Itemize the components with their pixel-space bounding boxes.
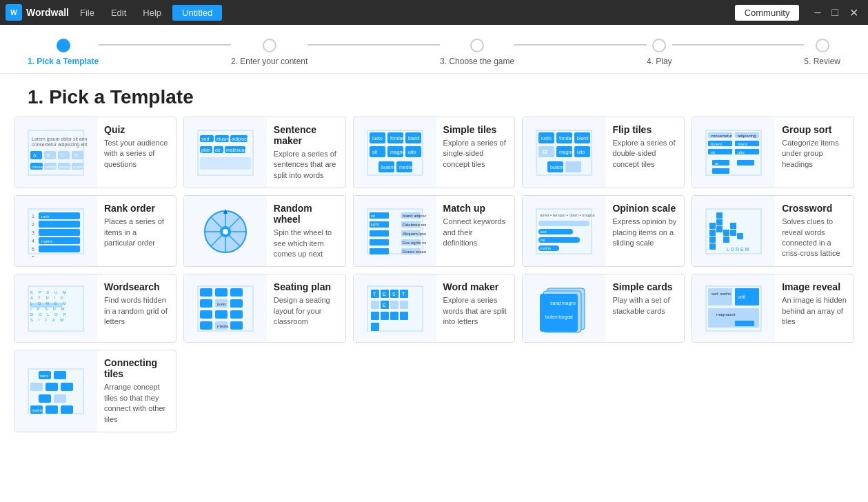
template-card[interactable]: L O R E M Crossword Solves clues to reve… xyxy=(692,195,854,267)
template-card[interactable]: sed eiusmod adipiscing plan de malesuada… xyxy=(183,117,346,188)
svg-text:sit: sit xyxy=(372,150,377,154)
template-description: Spin the wheel to see which item comes u… xyxy=(274,228,339,259)
svg-text:adipiscing: adipiscing xyxy=(738,134,756,138)
close-button[interactable]: ✕ xyxy=(845,6,862,19)
template-info: Connecting tiles Arrange concept tiles s… xyxy=(97,350,176,432)
svg-text:chosen: chosen xyxy=(32,165,45,169)
svg-text:S: S xyxy=(392,292,396,297)
template-card[interactable]: Random wheel Spin the wheel to see which… xyxy=(183,195,346,267)
svg-rect-186 xyxy=(381,312,389,320)
step-circle-3 xyxy=(470,39,484,52)
template-info: Group sort Categorize items under group … xyxy=(775,117,854,188)
template-description: Explore a series of single-sided concept… xyxy=(443,138,508,170)
svg-rect-199 xyxy=(708,288,732,305)
svg-rect-32 xyxy=(200,157,251,170)
svg-text:Fidebntur.com: Fidebntur.com xyxy=(403,223,426,227)
svg-text:consectetur adipiscing elit?: consectetur adipiscing elit? xyxy=(32,142,87,148)
svg-text:iusto: iusto xyxy=(217,302,226,306)
restore-button[interactable]: □ xyxy=(827,6,842,19)
svg-point-104 xyxy=(223,229,228,234)
template-name: Random wheel xyxy=(274,203,339,225)
svg-text:tempor: tempor xyxy=(46,165,59,169)
template-card[interactable]: iusto fondant blanit sit magno ulto bule… xyxy=(353,117,516,188)
logo-text: Wordwall xyxy=(26,7,69,18)
svg-rect-185 xyxy=(371,312,379,320)
step-line-3 xyxy=(514,44,647,46)
template-info: Simple tiles Explore a series of single-… xyxy=(436,117,515,188)
step-line-4 xyxy=(672,44,805,46)
svg-text:5: 5 xyxy=(32,247,34,252)
menu-file[interactable]: File xyxy=(74,5,100,21)
svg-text:maths: maths xyxy=(720,292,731,296)
svg-text:media: media xyxy=(217,324,229,328)
svg-text:2: 2 xyxy=(32,222,34,227)
svg-rect-138 xyxy=(716,212,723,219)
svg-text:bulem: bulem xyxy=(545,314,558,319)
svg-text:A: A xyxy=(33,153,37,158)
template-info: Word maker Explore a series words that a… xyxy=(436,274,515,342)
template-card[interactable]: sed maths unit magna unit Image reveal A… xyxy=(692,274,854,343)
template-card[interactable]: Lorem ipsum dolor sit amet, consectetur … xyxy=(14,117,176,188)
template-description: Solves clues to reveal words connected i… xyxy=(782,217,847,259)
template-card[interactable]: sarat magro bulem iargo at Simple cards … xyxy=(522,274,685,343)
template-name: Opinion scale xyxy=(612,203,677,214)
svg-text:matrix: matrix xyxy=(73,165,84,169)
svg-text:bulem: bulem xyxy=(711,142,722,146)
svg-rect-137 xyxy=(709,243,716,250)
logo-icon: W xyxy=(6,4,22,21)
minimize-button[interactable]: – xyxy=(810,6,825,19)
step-circle-2 xyxy=(263,39,276,52)
active-tab[interactable]: Untitled xyxy=(172,5,222,21)
template-name: Quiz xyxy=(104,124,169,135)
svg-rect-216 xyxy=(54,394,66,403)
template-card[interactable]: K P S U M A T R I P L O R E M I P S U M … xyxy=(14,274,176,343)
wizard-step-4: 4. Play xyxy=(647,39,672,66)
template-card[interactable]: T E S T E Word maker Explore a series wo… xyxy=(353,274,516,343)
svg-text:ulto: ulto xyxy=(738,150,745,154)
template-card[interactable]: sent matrix Connecting tiles Arrange con… xyxy=(14,350,176,432)
svg-text:sed: sed xyxy=(711,292,718,296)
menu-help[interactable]: Help xyxy=(137,5,167,21)
svg-rect-143 xyxy=(730,223,736,229)
step-label-1: 1. Pick a Template xyxy=(28,57,99,66)
menu-edit[interactable]: Edit xyxy=(105,5,132,21)
svg-text:Donec erasom sapien: Donec erasom sapien xyxy=(403,250,426,254)
community-button[interactable]: Community xyxy=(735,5,800,21)
svg-rect-169 xyxy=(230,321,243,330)
svg-text:🖼: 🖼 xyxy=(543,150,547,154)
template-card[interactable]: sit blanit adipiscing NPS Fidebntur.com … xyxy=(353,195,516,267)
template-card[interactable]: iusto media Seating plan Design a seatin… xyxy=(183,274,346,343)
svg-text:ulto: ulto xyxy=(577,150,585,154)
template-thumbnail: iusto fondant blanit magno 🖼 ulto bulem xyxy=(523,117,605,188)
svg-rect-121 xyxy=(370,248,389,254)
svg-rect-66 xyxy=(565,161,581,172)
template-info: Seating plan Design a seating layout for… xyxy=(267,274,345,342)
svg-rect-154 xyxy=(30,303,63,308)
template-thumbnail: consectetur adipiscing bulem blanit sit … xyxy=(692,117,775,188)
template-card[interactable]: 1 rank 2 3 4 matrix 5 6 Rank order Place… xyxy=(14,195,176,267)
template-thumbnail xyxy=(184,196,267,266)
templates-container[interactable]: Lorem ipsum dolor sit amet, consectetur … xyxy=(0,117,868,502)
svg-rect-91 xyxy=(39,229,80,236)
window-controls: – □ ✕ xyxy=(810,6,862,19)
template-card[interactable]: iusto fondant blanit magno 🖼 ulto bulem … xyxy=(522,117,685,188)
svg-rect-118 xyxy=(370,239,389,245)
svg-text:magro: magro xyxy=(562,301,576,306)
svg-rect-126 xyxy=(538,221,589,226)
template-thumbnail: sed maths unit magna unit xyxy=(692,274,775,342)
step-label-4: 4. Play xyxy=(647,57,672,66)
step-label-5: 5. Review xyxy=(804,57,840,66)
template-card[interactable]: amet • tempor • diam • magna • sed-quam … xyxy=(522,195,685,267)
step-line-2 xyxy=(307,44,440,46)
template-info: Image reveal An image is hidden behind a… xyxy=(775,274,854,342)
svg-rect-219 xyxy=(46,405,58,414)
page-heading: 1. Pick a Template xyxy=(0,74,868,117)
template-description: Explore a series of double-sided concept… xyxy=(612,138,677,170)
svg-text:blanit: blanit xyxy=(738,142,748,146)
template-name: Seating plan xyxy=(274,281,339,292)
template-card[interactable]: consectetur adipiscing bulem blanit sit … xyxy=(692,117,854,188)
svg-text:1: 1 xyxy=(32,214,34,219)
template-description: Design a seating layout for your classro… xyxy=(274,295,339,327)
svg-rect-141 xyxy=(723,230,729,236)
template-name: Simple tiles xyxy=(443,124,508,135)
